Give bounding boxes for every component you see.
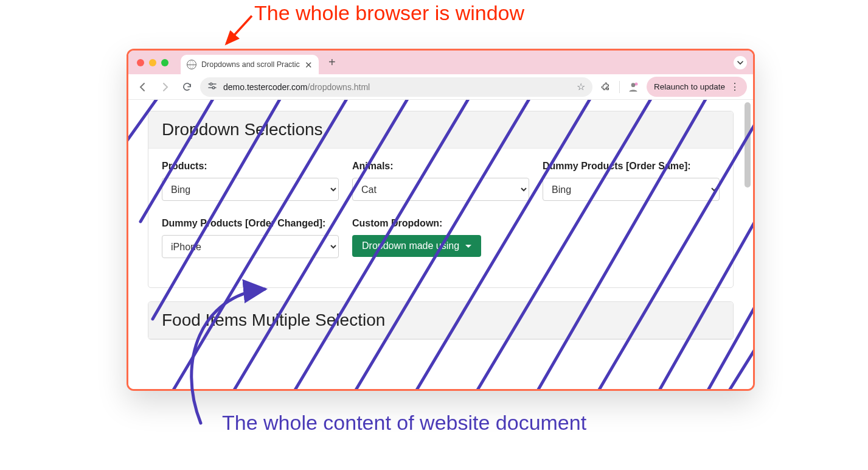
arrow-left-icon: [137, 82, 148, 93]
dummy-same-group: Dummy Products [Order Same]: Bing: [543, 161, 720, 201]
bookmark-star-icon[interactable]: ☆: [577, 81, 585, 93]
dummy-changed-group: Dummy Products [Order Changed]: iPhone: [162, 218, 339, 258]
puzzle-icon: [600, 82, 611, 92]
browser-toolbar: demo.testercoder.com/dropdowns.html ☆ Re…: [128, 74, 753, 100]
page-content: Dropdown Selections Products: Bing Anima…: [128, 100, 753, 340]
annotation-window-label: The whole browser is window: [254, 1, 524, 25]
custom-dropdown-button[interactable]: Dropdown made using: [352, 235, 481, 257]
new-tab-button[interactable]: +: [324, 55, 341, 69]
svg-point-2: [210, 83, 212, 85]
minimize-window-icon[interactable]: [149, 59, 156, 66]
card-title: Food Items Multiple Selection: [162, 310, 720, 330]
scrollbar-track[interactable]: [745, 101, 752, 388]
animals-group: Animals: Cat: [352, 161, 529, 201]
dropdown-selections-card: Dropdown Selections Products: Bing Anima…: [148, 111, 734, 288]
scrollbar-thumb[interactable]: [745, 102, 751, 188]
svg-point-4: [631, 83, 636, 87]
card-title: Dropdown Selections: [162, 120, 720, 139]
maximize-window-icon[interactable]: [161, 59, 168, 66]
products-label: Products:: [162, 161, 339, 172]
back-button[interactable]: [134, 79, 151, 96]
card-header: Food Items Multiple Selection: [148, 302, 733, 339]
animals-select[interactable]: Cat: [352, 178, 529, 201]
tabs-dropdown-button[interactable]: [734, 56, 747, 69]
arrow-right-icon: [159, 82, 170, 93]
custom-dropdown-label: Custom Dropdown:: [352, 218, 529, 229]
titlebar: Dropdowns and scroll Practic ✕ +: [128, 51, 753, 74]
svg-point-5: [634, 82, 637, 85]
svg-point-3: [212, 86, 215, 89]
close-tab-icon[interactable]: ✕: [305, 60, 313, 69]
annotation-arrow-icon: [223, 13, 259, 50]
reload-icon: [182, 82, 192, 92]
close-window-icon[interactable]: [137, 59, 144, 66]
window-controls: [137, 59, 168, 66]
annotation-document-label: The whole content of website document: [222, 411, 586, 435]
relaunch-label: Relaunch to update: [654, 82, 725, 91]
card-header: Dropdown Selections: [148, 111, 733, 149]
browser-tab[interactable]: Dropdowns and scroll Practic ✕: [181, 55, 319, 74]
kebab-menu-icon[interactable]: ⋮: [730, 81, 740, 93]
animals-label: Animals:: [352, 161, 529, 172]
browser-window: Dropdowns and scroll Practic ✕ + demo.te…: [127, 49, 755, 391]
address-bar[interactable]: demo.testercoder.com/dropdowns.html ☆: [200, 77, 592, 97]
tab-title: Dropdowns and scroll Practic: [201, 60, 300, 69]
reload-button[interactable]: [178, 79, 195, 96]
page-viewport: Dropdown Selections Products: Bing Anima…: [128, 100, 753, 389]
products-select[interactable]: Bing: [162, 178, 339, 201]
dummy-changed-select[interactable]: iPhone: [162, 235, 339, 258]
profile-avatar-icon[interactable]: [625, 79, 642, 96]
forward-button[interactable]: [156, 79, 173, 96]
dummy-changed-label: Dummy Products [Order Changed]:: [162, 218, 339, 229]
custom-dropdown-button-label: Dropdown made using: [362, 240, 459, 251]
extensions-button[interactable]: [597, 79, 614, 96]
dummy-same-select[interactable]: Bing: [543, 178, 720, 201]
dummy-same-label: Dummy Products [Order Same]:: [543, 161, 720, 172]
globe-icon: [187, 60, 196, 69]
food-items-card: Food Items Multiple Selection: [148, 301, 734, 340]
products-group: Products: Bing: [162, 161, 339, 201]
caret-down-icon: [465, 245, 471, 248]
site-tune-icon[interactable]: [207, 81, 217, 93]
chevron-down-icon: [737, 60, 743, 66]
toolbar-divider: [619, 81, 620, 93]
url-text: demo.testercoder.com/dropdowns.html: [223, 82, 370, 92]
custom-dropdown-group: Custom Dropdown: Dropdown made using: [352, 218, 529, 258]
relaunch-button[interactable]: Relaunch to update ⋮: [647, 77, 747, 97]
